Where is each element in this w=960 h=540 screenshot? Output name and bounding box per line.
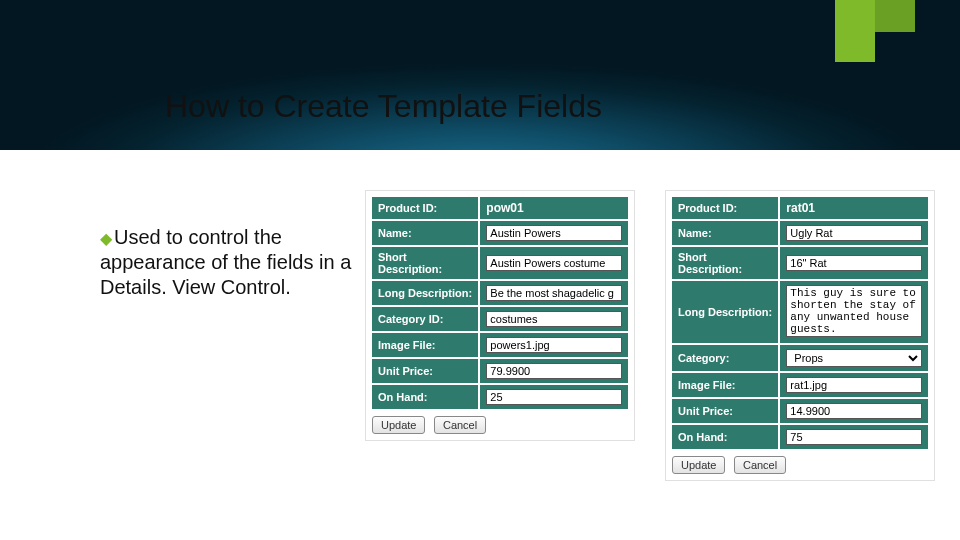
value-product-id: pow01 [479, 196, 629, 220]
unit-price-input[interactable] [486, 363, 622, 379]
name-input[interactable] [786, 225, 922, 241]
value-product-id: rat01 [779, 196, 929, 220]
label-short-desc: Short Description: [371, 246, 479, 280]
bullet-icon: ◆ [100, 229, 112, 249]
short-desc-input[interactable] [786, 255, 922, 271]
label-name: Name: [371, 220, 479, 246]
label-short-desc: Short Description: [671, 246, 779, 280]
detailsview-panel-left: Product ID: pow01 Name: Short Descriptio… [365, 190, 635, 441]
label-on-hand: On Hand: [371, 384, 479, 410]
bullet-content: Used to control the appearance of the fi… [100, 226, 351, 298]
category-select[interactable]: Props [786, 349, 922, 367]
label-category: Category: [671, 344, 779, 372]
long-desc-input[interactable] [486, 285, 622, 301]
cancel-button[interactable]: Cancel [734, 456, 786, 474]
label-unit-price: Unit Price: [371, 358, 479, 384]
label-long-desc: Long Description: [671, 280, 779, 344]
image-file-input[interactable] [486, 337, 622, 353]
slide-title: How to Create Template Fields [165, 88, 602, 125]
label-image-file: Image File: [371, 332, 479, 358]
label-image-file: Image File: [671, 372, 779, 398]
button-row-right: Update Cancel [670, 451, 930, 476]
update-button[interactable]: Update [372, 416, 425, 434]
button-row-left: Update Cancel [370, 411, 630, 436]
detailsview-table-right: Product ID: rat01 Name: Short Descriptio… [670, 195, 930, 451]
label-product-id: Product ID: [371, 196, 479, 220]
name-input[interactable] [486, 225, 622, 241]
label-long-desc: Long Description: [371, 280, 479, 306]
on-hand-input[interactable] [486, 389, 622, 405]
cancel-button[interactable]: Cancel [434, 416, 486, 434]
category-id-input[interactable] [486, 311, 622, 327]
accent-decoration [835, 0, 875, 62]
label-product-id: Product ID: [671, 196, 779, 220]
header-band [0, 0, 960, 150]
label-on-hand: On Hand: [671, 424, 779, 450]
label-unit-price: Unit Price: [671, 398, 779, 424]
on-hand-input[interactable] [786, 429, 922, 445]
short-desc-input[interactable] [486, 255, 622, 271]
long-desc-textarea[interactable]: This guy is sure to shorten the stay of … [786, 285, 922, 337]
label-category-id: Category ID: [371, 306, 479, 332]
bullet-text: ◆Used to control the appearance of the f… [100, 225, 360, 300]
image-file-input[interactable] [786, 377, 922, 393]
update-button[interactable]: Update [672, 456, 725, 474]
label-name: Name: [671, 220, 779, 246]
unit-price-input[interactable] [786, 403, 922, 419]
detailsview-table-left: Product ID: pow01 Name: Short Descriptio… [370, 195, 630, 411]
detailsview-panel-right: Product ID: rat01 Name: Short Descriptio… [665, 190, 935, 481]
